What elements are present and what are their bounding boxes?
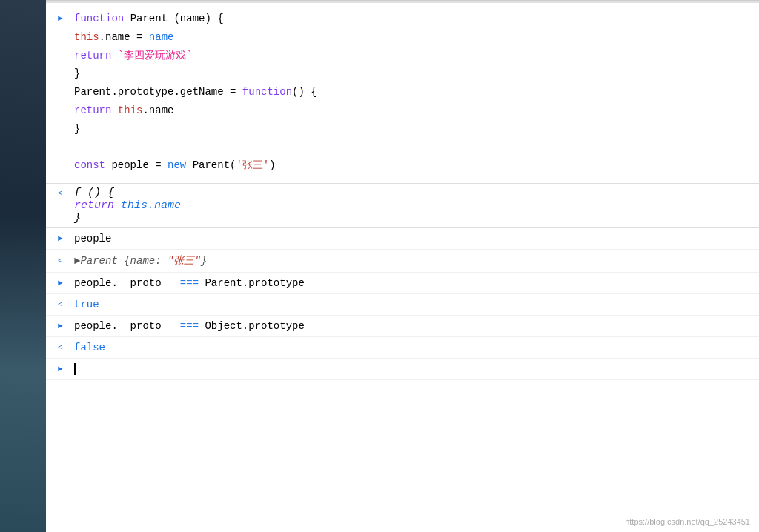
output-true-label: true	[74, 299, 99, 310]
collapsed-f-content: f () { return this.name }	[74, 187, 181, 225]
f-line-1: f () {	[74, 187, 181, 199]
output-row-false: < false	[46, 337, 759, 359]
expand-icon-cursor: ►	[58, 365, 74, 373]
output-row-cursor[interactable]: ►	[46, 359, 759, 380]
code-row-9: const people = new Parent('张三')	[58, 157, 747, 175]
output-proto1-label: people.__proto__ === Parent.prototype	[74, 277, 305, 289]
output-row-parent-result: < ►Parent {name: "张三"}	[46, 250, 759, 273]
console-panel: ► function Parent (name) { this.name = n…	[46, 0, 759, 532]
code-row-2: this.name = name	[58, 29, 747, 47]
output-false-label: false	[74, 342, 105, 353]
watermark: https://blog.csdn.net/qq_25243451	[625, 517, 750, 526]
expand-icon-proto2[interactable]: ►	[58, 322, 74, 330]
code-row-8	[58, 139, 747, 157]
collapse-icon-false[interactable]: <	[58, 343, 74, 352]
code-line-9: const people = new Parent('张三')	[74, 157, 276, 175]
code-line-6: return this.name	[74, 102, 173, 120]
output-parent-label: ►Parent {name: "张三"}	[74, 254, 207, 267]
collapse-icon-f[interactable]: <	[58, 189, 74, 198]
collapse-icon-parent[interactable]: <	[58, 256, 74, 265]
output-row-proto1-input: ► people.__proto__ === Parent.prototype	[46, 273, 759, 294]
output-row-people-input: ► people	[46, 228, 759, 250]
output-people-label: people	[74, 233, 111, 245]
code-row-1: ► function Parent (name) {	[58, 10, 747, 28]
code-line-5: Parent.prototype.getName = function() {	[74, 84, 317, 102]
code-line-7: }	[74, 121, 80, 139]
output-row-true: < true	[46, 294, 759, 316]
output-row-proto2-input: ► people.__proto__ === Object.prototype	[46, 316, 759, 337]
output-proto2-label: people.__proto__ === Object.prototype	[74, 320, 305, 332]
code-row-6: return this.name	[58, 102, 747, 120]
code-row-4: }	[58, 65, 747, 83]
code-row-3: return `李四爱玩游戏`	[58, 47, 747, 65]
cursor-indicator[interactable]	[74, 363, 82, 375]
collapsed-block: < f () { return this.name }	[46, 184, 759, 227]
f-line-2: return this.name	[74, 199, 181, 212]
code-row-5: Parent.prototype.getName = function() {	[58, 84, 747, 102]
code-line-1: function Parent (name) {	[74, 10, 224, 28]
code-input-block: ► function Parent (name) { this.name = n…	[46, 3, 759, 183]
code-line-3: return `李四爱玩游戏`	[74, 47, 193, 65]
code-line-8	[74, 139, 80, 157]
code-line-2: this.name = name	[74, 29, 173, 47]
expand-icon-people[interactable]: ►	[58, 234, 74, 243]
code-line-4: }	[74, 65, 80, 83]
collapse-icon-true[interactable]: <	[58, 300, 74, 309]
code-row-7: }	[58, 121, 747, 139]
expand-icon-proto1[interactable]: ►	[58, 279, 74, 287]
expand-icon-1[interactable]: ►	[58, 12, 74, 26]
f-line-3: }	[74, 212, 181, 225]
left-panel	[0, 0, 46, 532]
